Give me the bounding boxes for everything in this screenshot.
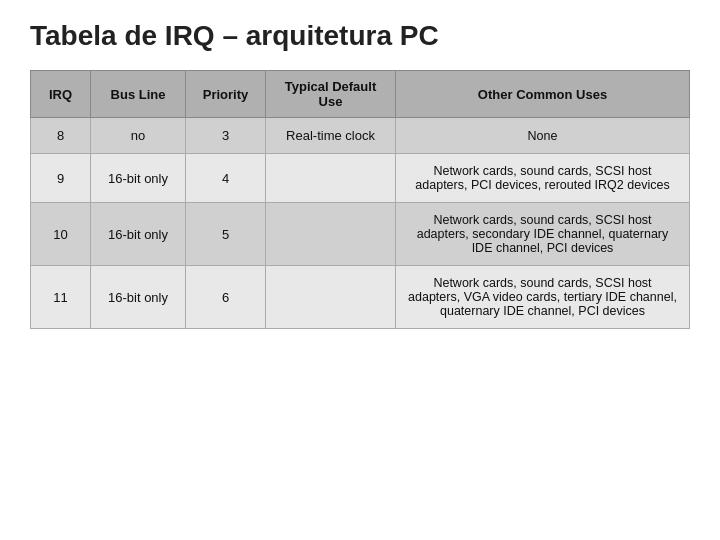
page-title: Tabela de IRQ – arquitetura PC — [30, 20, 690, 52]
table-row: 8no3Real-time clockNone — [31, 118, 690, 154]
table-row: 916-bit only4Network cards, sound cards,… — [31, 154, 690, 203]
other-cell: Network cards, sound cards, SCSI host ad… — [396, 203, 690, 266]
other-cell: Network cards, sound cards, SCSI host ad… — [396, 154, 690, 203]
priority-cell: 6 — [186, 266, 266, 329]
table-row: 1116-bit only6Network cards, sound cards… — [31, 266, 690, 329]
busline-cell: 16-bit only — [91, 266, 186, 329]
typical-cell: Real-time clock — [266, 118, 396, 154]
col-header-other: Other Common Uses — [396, 71, 690, 118]
col-header-typical: Typical Default Use — [266, 71, 396, 118]
priority-cell: 5 — [186, 203, 266, 266]
table-row: 1016-bit only5Network cards, sound cards… — [31, 203, 690, 266]
typical-cell — [266, 154, 396, 203]
priority-cell: 3 — [186, 118, 266, 154]
irq-cell: 8 — [31, 118, 91, 154]
irq-cell: 11 — [31, 266, 91, 329]
irq-cell: 10 — [31, 203, 91, 266]
other-cell: Network cards, sound cards, SCSI host ad… — [396, 266, 690, 329]
typical-cell — [266, 266, 396, 329]
col-header-busline: Bus Line — [91, 71, 186, 118]
busline-cell: no — [91, 118, 186, 154]
priority-cell: 4 — [186, 154, 266, 203]
irq-cell: 9 — [31, 154, 91, 203]
table-header-row: IRQ Bus Line Priority Typical Default Us… — [31, 71, 690, 118]
other-cell: None — [396, 118, 690, 154]
typical-cell — [266, 203, 396, 266]
irq-table: IRQ Bus Line Priority Typical Default Us… — [30, 70, 690, 329]
busline-cell: 16-bit only — [91, 203, 186, 266]
page: Tabela de IRQ – arquitetura PC IRQ Bus L… — [0, 0, 720, 540]
busline-cell: 16-bit only — [91, 154, 186, 203]
col-header-irq: IRQ — [31, 71, 91, 118]
col-header-priority: Priority — [186, 71, 266, 118]
